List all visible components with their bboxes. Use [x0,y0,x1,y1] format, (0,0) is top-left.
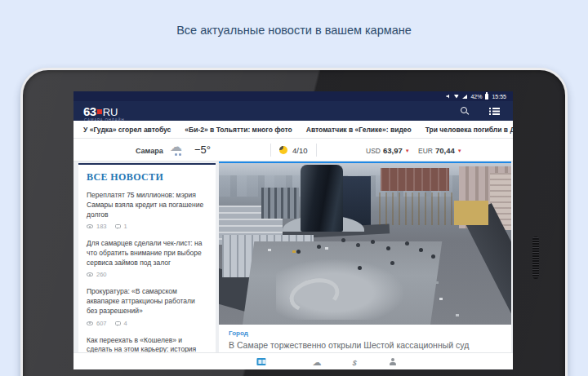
views-icon [87,321,93,325]
battery-percent: 42% [470,94,482,100]
news-meta: 260 [87,271,207,278]
views-count: 183 [96,223,107,230]
content-area: ВСЕ НОВОСТИ Переплатят 75 миллионов: мэр… [74,161,513,352]
info-bar: Самара ☁ −5° 4/10 USD 63,97 ▼ EUR 70,44 … [74,139,513,161]
dollar-icon: $ [352,360,357,368]
comments-icon [115,321,121,325]
photo-shape [379,192,457,225]
mute-icon [446,95,450,99]
ticker-item[interactable]: Автоматчик в «Гелике»: видео [306,126,412,134]
photo-shape [454,201,488,225]
usd-value: 63,97 [383,146,403,155]
nav-item-currency[interactable]: $ Курсы валют [339,354,371,369]
usd-rate[interactable]: USD 63,97 ▼ [366,146,410,155]
news-meta: 183 1 [87,223,207,230]
logo-number: 63 [83,104,96,118]
page-tagline: Все актуальные новости в вашем кармане [0,24,588,37]
promo-page: Все актуальные новости в вашем кармане 4… [0,0,588,376]
snow-cloud-icon: ☁ [170,139,182,154]
photo-shape [381,168,449,191]
logo-red-square-icon [97,109,102,114]
speaker-grille-icon [532,237,539,279]
person-icon [389,358,397,365]
photo-shape [268,249,271,251]
comments-count: 4 [124,320,127,327]
views-count: 260 [96,271,107,278]
photo-shape [341,238,345,242]
logo-suffix: RU [103,106,118,118]
news-list-item[interactable]: Как переехать в «Кошелев» и сделать на э… [87,336,207,352]
news-title: Прокуратура: «В самарском аквапарке аттр… [87,287,207,316]
battery-icon [485,94,488,100]
status-bar: 42% 15:55 [74,91,513,101]
cloud-icon: ☁ [313,357,322,367]
weather-city[interactable]: Самара [136,147,163,155]
nav-label: Новости [251,369,271,370]
eur-rate[interactable]: EUR 70,44 ▼ [418,146,462,155]
ticker-item[interactable]: У «Гудка» сгорел автобус [83,126,171,134]
news-list-panel: ВСЕ НОВОСТИ Переплатят 75 миллионов: мэр… [78,163,216,352]
moon-phase-icon [279,146,287,154]
news-title: Для самарцев сделали чек-лист: на что об… [87,239,207,268]
menu-icon[interactable] [489,107,500,115]
views-count: 607 [96,320,107,327]
app-logo[interactable]: 63 RU САМАРА ОНЛАЙН [83,104,118,118]
news-meta: 607 4 [87,320,207,327]
comments-count: 1 [124,223,127,230]
search-icon[interactable] [461,107,470,116]
newspaper-icon [256,358,265,365]
featured-title: В Самаре торжественно открыли Шестой кас… [229,340,501,350]
moon-phase-value[interactable]: 4/10 [292,146,308,155]
divider [270,144,271,157]
wifi-icon [453,95,459,99]
usd-label: USD [366,147,381,155]
photo-shape [261,188,299,219]
status-time: 15:55 [492,94,506,100]
featured-caption: Город В Самаре торжественно открыли Шест… [219,325,511,350]
news-title: Как переехать в «Кошелев» и сделать на э… [87,336,207,352]
appbar-actions [461,107,500,116]
ticker-item[interactable]: «Би-2» в Тольятти: много фото [185,126,292,134]
news-ticker: У «Гудка» сгорел автобус «Би-2» в Тольят… [74,121,513,139]
news-panel-title: ВСЕ НОВОСТИ [87,171,207,184]
comments-icon [115,224,121,228]
tablet-device: 42% 15:55 63 RU САМАРА ОНЛАЙН У [20,68,568,376]
eur-value: 70,44 [435,146,455,155]
nav-label: Погода [308,369,325,370]
views-icon [87,224,93,228]
news-title: Переплатят 75 миллионов: мэрия Самары вз… [87,191,207,220]
news-list-item[interactable]: Для самарцев сделали чек-лист: на что об… [87,239,207,278]
news-list-item[interactable]: Переплатят 75 миллионов: мэрия Самары вз… [87,191,207,230]
nav-item-news[interactable]: Новости [251,354,271,369]
bottom-nav: Новости ☁ Погода $ Курсы валют Профиль [74,352,513,369]
temperature[interactable]: −5° [194,144,211,156]
signal-icon [462,95,467,99]
ticker-item[interactable]: Три человека погибли в ДТП [425,126,513,134]
divider [316,144,317,157]
featured-article[interactable]: Город В Самаре торжественно открыли Шест… [219,161,511,352]
down-arrow-icon: ▼ [405,148,410,153]
tablet-screen: 42% 15:55 63 RU САМАРА ОНЛАЙН У [74,91,513,369]
featured-photo [219,163,511,325]
featured-category[interactable]: Город [229,330,501,337]
photo-shape [301,165,343,232]
snow-dots-icon [175,153,177,156]
nav-label: Профиль [381,369,404,370]
nav-label: Курсы валют [339,369,371,370]
nav-item-weather[interactable]: ☁ Погода [308,354,325,369]
news-list-item[interactable]: Прокуратура: «В самарском аквапарке аттр… [87,287,207,326]
nav-item-profile[interactable]: Профиль [381,354,404,369]
views-icon [87,272,93,276]
app-header: 63 RU САМАРА ОНЛАЙН [74,101,513,121]
down-arrow-icon: ▼ [457,148,462,153]
eur-label: EUR [418,147,433,155]
